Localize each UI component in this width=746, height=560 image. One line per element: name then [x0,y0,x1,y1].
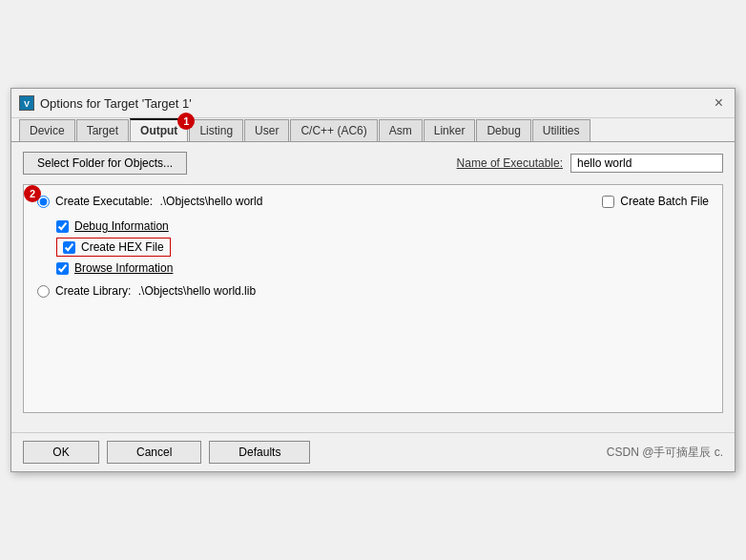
create-batch-label: Create Batch File [620,195,709,208]
main-panel: 2 Create Executable: .\Objects\hello wor… [23,184,723,413]
tab-utilities[interactable]: Utilities [532,119,591,141]
watermark: CSDN @手可摘星辰 c. [607,445,723,461]
badge-2: 2 [24,185,41,202]
create-batch-row: Create Batch File [602,195,709,208]
bottom-buttons-left: OK Cancel Defaults [23,441,310,464]
badge2-wrapper: 2 Create Executable: .\Objects\hello wor… [37,195,262,214]
tab-bar: Device Target Output 1 Listing User C/C+… [11,118,735,142]
create-library-label: Create Library: .\Objects\hello world.li… [55,284,256,298]
create-library-radio[interactable] [37,285,50,298]
tab-output[interactable]: Output 1 [130,118,188,141]
ok-button[interactable]: OK [23,441,99,464]
name-input[interactable] [570,154,723,173]
create-hex-checkbox[interactable] [63,241,75,254]
name-row: Name of Executable: [457,154,723,173]
select-folder-button[interactable]: Select Folder for Objects... [23,152,187,175]
create-executable-label: Create Executable: .\Objects\hello world [55,195,262,208]
defaults-button[interactable]: Defaults [209,441,310,464]
tab-asm[interactable]: Asm [379,119,423,141]
tab-user[interactable]: User [244,119,289,141]
browse-info-checkbox[interactable] [56,262,69,275]
cancel-button[interactable]: Cancel [107,441,201,464]
hex-inner-box: Create HEX File [56,238,171,257]
tab-linker[interactable]: Linker [424,119,476,141]
content-area: Select Folder for Objects... Name of Exe… [11,142,735,432]
browse-info-row: Browse Information [56,261,709,275]
app-icon: V [19,95,34,111]
create-executable-row: Create Executable: .\Objects\hello world [37,195,262,208]
browse-info-label: Browse Information [74,261,173,275]
bottom-bar: OK Cancel Defaults CSDN @手可摘星辰 c. [11,432,735,471]
create-library-row: Create Library: .\Objects\hello world.li… [37,284,709,298]
name-label: Name of Executable: [457,156,563,170]
tab-cpp[interactable]: C/C++ (AC6) [290,119,377,141]
tab-debug[interactable]: Debug [476,119,530,141]
tab-target[interactable]: Target [76,119,129,141]
main-window: V Options for Target 'Target 1' × Device… [10,88,736,472]
create-hex-label: Create HEX File [81,240,164,254]
title-bar: V Options for Target 'Target 1' × [11,89,735,118]
title-bar-left: V Options for Target 'Target 1' [19,95,192,111]
tab-device[interactable]: Device [19,119,75,141]
tab-listing[interactable]: Listing [189,119,243,141]
window-title: Options for Target 'Target 1' [40,96,192,111]
debug-info-row: Debug Information [56,219,709,233]
hex-file-row: Create HEX File [56,238,709,257]
panel-top: 2 Create Executable: .\Objects\hello wor… [37,195,709,214]
close-button[interactable]: × [711,94,727,112]
create-batch-checkbox[interactable] [602,196,614,208]
debug-info-label: Debug Information [74,219,169,233]
top-row: Select Folder for Objects... Name of Exe… [23,152,723,175]
debug-info-checkbox[interactable] [56,220,69,233]
